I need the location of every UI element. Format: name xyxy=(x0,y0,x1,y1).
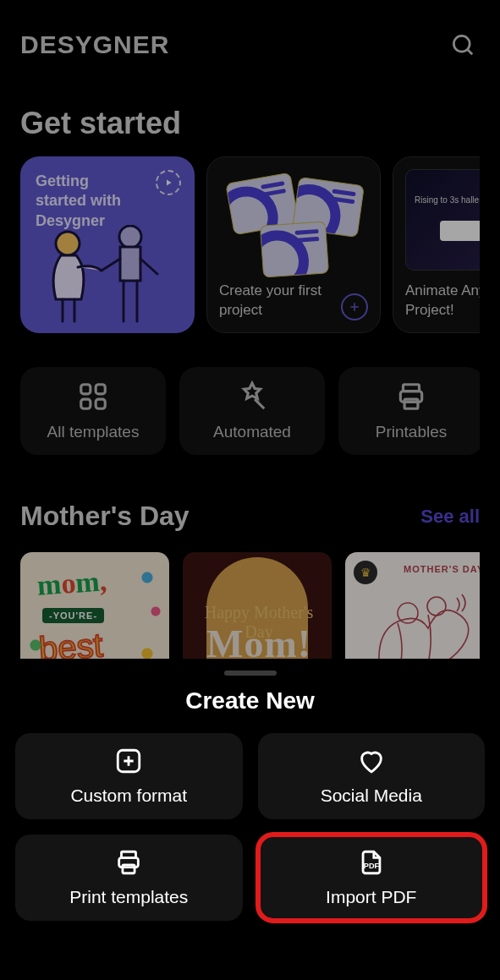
opt-label: Social Media xyxy=(321,786,422,806)
plus-icon xyxy=(341,293,368,320)
svg-point-11 xyxy=(398,603,418,623)
pdf-file-icon: PDF xyxy=(357,848,386,877)
opt-label: Print templates xyxy=(69,887,188,907)
wand-icon xyxy=(236,381,268,413)
printer-icon xyxy=(114,848,143,877)
mothers-day-header: Mother's Day See all xyxy=(20,501,480,532)
svg-line-1 xyxy=(468,49,473,54)
svg-rect-6 xyxy=(81,399,91,408)
opt-import-pdf[interactable]: PDF Import PDF xyxy=(258,835,486,921)
play-icon xyxy=(156,170,181,195)
opt-social-media[interactable]: Social Media xyxy=(258,733,486,819)
card-first-project[interactable]: Create your first project xyxy=(206,156,381,333)
svg-point-0 xyxy=(453,36,470,52)
get-started-row[interactable]: Getting started with Desygner xyxy=(20,156,480,333)
template-text: mom, xyxy=(36,565,108,602)
svg-rect-7 xyxy=(96,399,105,408)
svg-rect-4 xyxy=(81,385,91,394)
svg-text:PDF: PDF xyxy=(364,862,380,870)
grid-icon xyxy=(77,381,109,413)
animate-preview: Rising to 3s hallenge xyxy=(405,169,480,271)
card-getting-started[interactable]: Getting started with Desygner xyxy=(20,156,195,333)
top-bar: DESYGNER xyxy=(20,0,480,89)
sheet-grabber[interactable] xyxy=(224,671,277,676)
template-text: -YOU'RE- xyxy=(42,608,104,623)
brand-logo: DESYGNER xyxy=(20,30,169,59)
opt-custom-format[interactable]: Custom format xyxy=(15,733,243,819)
premium-badge-icon: ♛ xyxy=(354,561,377,584)
opt-print-templates[interactable]: Print templates xyxy=(15,835,243,921)
card-title: Animate Any Project! xyxy=(405,282,480,320)
create-new-sheet: Create New Custom format Social Media Pr… xyxy=(0,659,500,980)
svg-point-2 xyxy=(56,232,80,255)
template-text: MOTHER'S DAY xyxy=(404,564,480,574)
svg-point-12 xyxy=(427,597,446,616)
cat-printables[interactable]: Printables xyxy=(338,367,480,455)
cat-label: Printables xyxy=(376,423,448,441)
opt-label: Import PDF xyxy=(326,887,416,907)
sheet-title: Create New xyxy=(15,687,485,714)
category-row[interactable]: All templates Automated Printables xyxy=(20,367,480,455)
search-icon xyxy=(450,32,475,57)
opt-label: Custom format xyxy=(70,786,187,806)
cat-all-templates[interactable]: All templates xyxy=(20,367,166,455)
printer-icon xyxy=(395,381,427,413)
svg-point-3 xyxy=(119,226,141,248)
plus-square-icon xyxy=(114,747,143,775)
card-animate[interactable]: Rising to 3s hallenge Animate Any Projec… xyxy=(393,156,480,333)
search-button[interactable] xyxy=(446,28,480,62)
create-options-grid: Custom format Social Media Print templat… xyxy=(15,733,485,921)
section-title: Mother's Day xyxy=(20,501,190,532)
heart-icon xyxy=(357,747,386,775)
see-all-link[interactable]: See all xyxy=(420,506,480,528)
illustration-people xyxy=(36,225,179,326)
svg-rect-5 xyxy=(96,385,105,394)
cat-label: All templates xyxy=(47,423,140,441)
get-started-heading: Get started xyxy=(20,106,480,141)
card-title: Getting started with Desygner xyxy=(36,172,137,231)
cat-label: Automated xyxy=(213,423,291,441)
templates-stack-icon xyxy=(226,178,361,279)
cat-automated[interactable]: Automated xyxy=(179,367,325,455)
